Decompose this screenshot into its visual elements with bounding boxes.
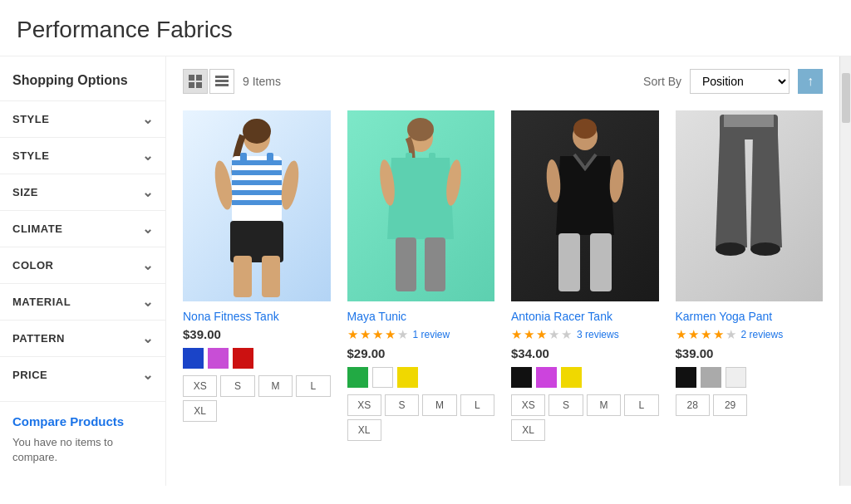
star-2: ★ [524, 327, 534, 342]
filter-material[interactable]: MATERIAL ⌄ [0, 283, 165, 320]
sort-direction-button[interactable]: ↑ [798, 69, 823, 94]
list-view-button[interactable] [209, 69, 234, 94]
svg-rect-5 [215, 80, 229, 82]
size-l-antonia[interactable]: L [624, 394, 658, 416]
filter-color-label: COLOR [12, 259, 53, 272]
color-swatch-purple[interactable] [208, 348, 229, 369]
svg-rect-13 [232, 190, 282, 195]
star-3: ★ [372, 327, 383, 342]
color-swatch-black2[interactable] [676, 367, 696, 388]
color-swatch-yellow2[interactable] [561, 367, 582, 388]
size-xl-maya[interactable]: XL [347, 419, 381, 441]
size-buttons-nona: XS S M L XL [183, 375, 331, 422]
svg-point-21 [278, 159, 302, 211]
product-card-antonia: Antonia Racer Tank ★ ★ ★ ★ ★ 3 reviews $… [511, 110, 659, 441]
color-swatch-white2[interactable] [726, 367, 746, 388]
antonia-figure-icon [535, 115, 635, 297]
star-5: ★ [726, 327, 736, 342]
color-swatch-green[interactable] [347, 367, 368, 388]
product-price-maya: $29.00 [347, 346, 495, 360]
grid-view-button[interactable] [183, 69, 208, 94]
color-swatch-red[interactable] [233, 348, 253, 369]
compare-section: Compare Products You have no items to co… [0, 401, 165, 477]
size-xs-maya[interactable]: XS [347, 394, 381, 416]
scrollbar-thumb[interactable] [842, 73, 850, 123]
chevron-down-icon-8: ⌄ [142, 367, 154, 383]
color-swatch-blue[interactable] [183, 348, 204, 369]
shopping-options-title: Shopping Options [0, 65, 165, 100]
scrollbar[interactable] [839, 56, 851, 486]
review-count-antonia[interactable]: 3 reviews [577, 329, 619, 340]
chevron-down-icon-5: ⌄ [142, 257, 154, 273]
product-price-karmen: $39.00 [676, 346, 824, 360]
size-m-antonia[interactable]: M [587, 394, 621, 416]
star-5: ★ [561, 327, 572, 342]
size-xl-antonia[interactable]: XL [511, 419, 545, 441]
filter-price[interactable]: PRICE ⌄ [0, 356, 165, 393]
size-m-maya[interactable]: M [422, 394, 456, 416]
color-swatch-magenta[interactable] [536, 367, 557, 388]
size-l-maya[interactable]: L [460, 394, 494, 416]
size-s-antonia[interactable]: S [548, 394, 583, 416]
star-2: ★ [360, 327, 371, 342]
star-1: ★ [511, 327, 522, 342]
size-xl-nona[interactable]: XL [183, 400, 217, 422]
svg-point-8 [243, 119, 271, 144]
product-name-nona[interactable]: Nona Fitness Tank [183, 310, 331, 323]
color-swatch-yellow[interactable] [397, 367, 418, 388]
chevron-down-icon-6: ⌄ [142, 294, 154, 310]
svg-rect-39 [724, 115, 774, 127]
compare-title[interactable]: Compare Products [12, 414, 153, 428]
svg-point-31 [573, 119, 597, 139]
product-name-karmen[interactable]: Karmen Yoga Pant [676, 310, 824, 323]
up-arrow-icon: ↑ [807, 74, 814, 89]
color-swatch-black[interactable] [511, 367, 532, 388]
product-image-karmen[interactable] [676, 110, 824, 301]
svg-rect-12 [232, 180, 282, 185]
filter-material-label: MATERIAL [12, 296, 71, 308]
size-xs-antonia[interactable]: XS [511, 394, 545, 416]
product-card-nona: Nona Fitness Tank $39.00 XS S M L XL [183, 110, 331, 441]
product-image-nona[interactable] [183, 110, 331, 301]
size-buttons-karmen: 28 29 [676, 394, 824, 416]
product-image-antonia[interactable] [511, 110, 659, 301]
product-name-antonia[interactable]: Antonia Racer Tank [511, 310, 659, 323]
compare-text: You have no items to compare. [12, 435, 153, 465]
product-price-nona: $39.00 [183, 327, 331, 341]
size-l-nona[interactable]: L [296, 375, 330, 397]
view-buttons [183, 69, 234, 94]
filter-style-2[interactable]: STYLE ⌄ [0, 137, 165, 174]
chevron-down-icon-7: ⌄ [142, 330, 154, 346]
size-buttons-antonia: XS S M L XL [511, 394, 659, 441]
review-count-karmen[interactable]: 2 reviews [741, 329, 784, 340]
filter-climate[interactable]: CLIMATE ⌄ [0, 210, 165, 247]
size-28-karmen[interactable]: 28 [676, 394, 710, 416]
filter-pattern[interactable]: PATTERN ⌄ [0, 320, 165, 356]
size-s-maya[interactable]: S [385, 394, 419, 416]
color-swatch-white[interactable] [372, 367, 393, 388]
svg-rect-25 [429, 153, 435, 164]
filter-size[interactable]: SIZE ⌄ [0, 174, 165, 210]
toolbar: 9 Items Sort By Position Name Price ↑ [183, 69, 823, 94]
svg-rect-4 [215, 76, 229, 78]
size-xs-nona[interactable]: XS [183, 375, 217, 397]
svg-rect-33 [590, 233, 612, 291]
product-image-maya[interactable] [347, 110, 495, 301]
filter-style-1[interactable]: STYLE ⌄ [0, 100, 165, 137]
filter-color[interactable]: COLOR ⌄ [0, 247, 165, 283]
color-swatches-antonia [511, 367, 659, 388]
product-name-maya[interactable]: Maya Tunic [347, 310, 495, 323]
size-29-karmen[interactable]: 29 [713, 394, 747, 416]
color-swatch-gray[interactable] [701, 367, 721, 388]
size-m-nona[interactable]: M [258, 375, 293, 397]
size-s-nona[interactable]: S [220, 375, 254, 397]
sort-select[interactable]: Position Name Price [690, 69, 790, 94]
filter-price-label: PRICE [12, 369, 47, 381]
sort-label: Sort By [643, 75, 681, 88]
color-swatches-nona [183, 348, 331, 369]
star-1: ★ [676, 327, 686, 342]
review-count-maya[interactable]: 1 review [413, 329, 450, 340]
svg-rect-32 [558, 233, 580, 291]
svg-rect-18 [234, 256, 252, 297]
svg-point-38 [750, 242, 780, 256]
